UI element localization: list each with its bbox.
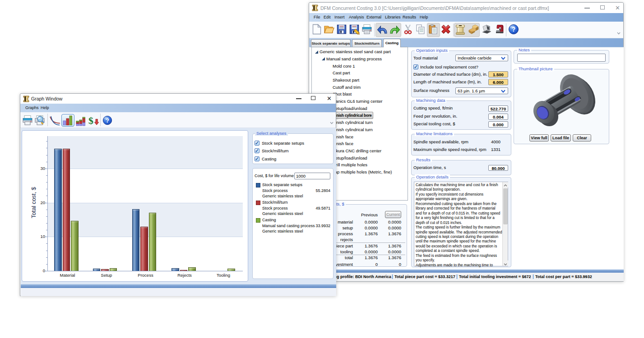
- svg-text:?: ?: [512, 26, 516, 33]
- svg-text:$: $: [88, 115, 93, 126]
- svg-text:?: ?: [106, 117, 109, 124]
